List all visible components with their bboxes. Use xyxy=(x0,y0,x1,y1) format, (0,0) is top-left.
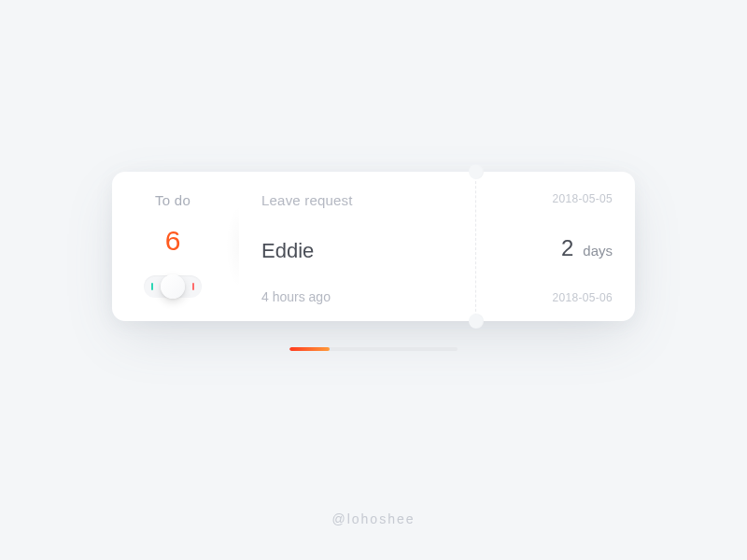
pager[interactable] xyxy=(289,347,458,351)
request-type: Leave request xyxy=(261,192,466,208)
view-toggle[interactable] xyxy=(144,275,202,298)
request-details: Leave request Eddie 4 hours ago xyxy=(233,172,476,321)
request-card: To do 6 Leave request Eddie 4 hours ago … xyxy=(112,172,635,321)
duration-value: 2 xyxy=(561,235,573,261)
ticket-notch-icon xyxy=(469,164,484,179)
request-timestamp: 4 hours ago xyxy=(261,289,466,304)
todo-column: To do 6 xyxy=(112,172,233,321)
duration-unit: days xyxy=(583,243,613,259)
toggle-tick-right-icon xyxy=(192,283,194,290)
pager-fill xyxy=(289,347,330,351)
ticket-notch-icon xyxy=(469,314,484,329)
credit: @lohoshee xyxy=(0,511,747,526)
todo-count: 6 xyxy=(165,225,181,257)
todo-label: To do xyxy=(155,192,190,208)
end-date: 2018-05-06 xyxy=(553,291,613,304)
date-column: 2018-05-05 2 days 2018-05-06 xyxy=(476,172,635,321)
duration: 2 days xyxy=(561,235,613,261)
start-date: 2018-05-05 xyxy=(553,192,613,205)
toggle-tick-left-icon xyxy=(151,283,153,290)
toggle-knob[interactable] xyxy=(161,274,185,299)
request-name: Eddie xyxy=(261,239,466,263)
